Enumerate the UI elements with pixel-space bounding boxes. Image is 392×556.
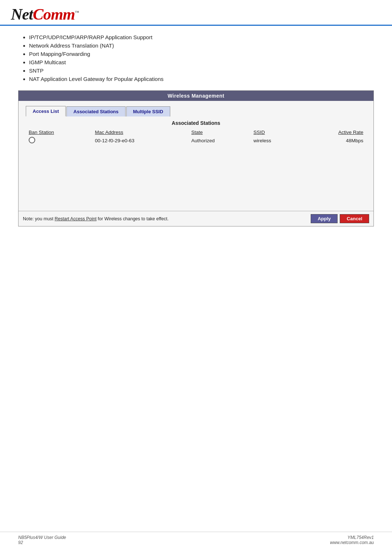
list-item: IP/TCP/UDP/ICMP/ARP/RARP Application Sup… xyxy=(29,33,374,41)
logo-tm: ™ xyxy=(75,10,79,15)
cell-state: Authorized xyxy=(188,136,250,146)
tab-associated-stations[interactable]: Associated Stations xyxy=(66,106,125,116)
footer-buttons: Apply Cancel xyxy=(311,214,369,223)
list-item: NAT Application Level Gateway for Popula… xyxy=(29,75,374,83)
col-header-mac-address[interactable]: Mac Address xyxy=(92,129,189,136)
tab-multiple-ssid[interactable]: Multiple SSID xyxy=(126,106,170,116)
panel-body: Associated Stations Ban Station Mac Addr… xyxy=(19,116,373,211)
stations-table: Ban Station Mac Address State SSID Activ… xyxy=(26,129,366,146)
footer-website: www.netcomm.com.au xyxy=(330,540,374,545)
cell-mac-address: 00-12-f0-29-e0-63 xyxy=(92,136,189,146)
col-header-ban-station[interactable]: Ban Station xyxy=(26,129,92,136)
col-header-active-rate[interactable]: Active Rate xyxy=(301,129,366,136)
list-item: IGMP Multicast xyxy=(29,58,374,66)
logo-comm: Comm xyxy=(33,5,75,23)
wireless-management-panel: Wireless Management Access List Associat… xyxy=(18,90,374,226)
col-header-ssid[interactable]: SSID xyxy=(250,129,301,136)
panel-footer: Note: you must Restart Access Point for … xyxy=(19,211,373,226)
logo: NetComm™ xyxy=(11,7,79,23)
section-heading: Associated Stations xyxy=(26,120,366,126)
list-item: Network Address Translation (NAT) xyxy=(29,41,374,50)
restart-access-point-link[interactable]: Restart Access Point xyxy=(55,216,97,221)
tabs-row: Access List Associated Stations Multiple… xyxy=(19,101,373,116)
cell-ban-station[interactable] xyxy=(26,136,92,146)
footer-revision: YML754Rev1 xyxy=(330,535,374,540)
col-header-state[interactable]: State xyxy=(188,129,250,136)
page-footer: NB5Plus4/W User Guide 92 YML754Rev1 www.… xyxy=(0,532,392,545)
cell-ssid: wireless xyxy=(250,136,301,146)
apply-button[interactable]: Apply xyxy=(311,214,338,223)
panel-spacer xyxy=(26,146,366,204)
footer-note: Note: you must Restart Access Point for … xyxy=(23,216,168,221)
tab-access-list[interactable]: Access List xyxy=(26,106,66,116)
footer-left: NB5Plus4/W User Guide 92 xyxy=(18,535,66,545)
footer-note-suffix: for Wireless changes to take effect. xyxy=(97,216,168,221)
table-row: 00-12-f0-29-e0-63 Authorized wireless 48… xyxy=(26,136,366,146)
logo-net: Net xyxy=(11,5,33,23)
footer-right: YML754Rev1 www.netcomm.com.au xyxy=(330,535,374,545)
list-item: SNTP xyxy=(29,66,374,75)
cancel-button[interactable]: Cancel xyxy=(340,214,369,223)
list-item: Port Mapping/Forwarding xyxy=(29,50,374,58)
footer-page-number: 92 xyxy=(18,540,66,545)
feature-list: IP/TCP/UDP/ICMP/ARP/RARP Application Sup… xyxy=(18,33,374,83)
panel-title: Wireless Management xyxy=(19,91,373,101)
header: NetComm™ xyxy=(0,0,392,26)
cell-active-rate: 48Mbps xyxy=(301,136,366,146)
content-area: IP/TCP/UDP/ICMP/ARP/RARP Application Sup… xyxy=(0,26,392,241)
footer-note-prefix: Note: you must xyxy=(23,216,55,221)
ban-radio-button[interactable] xyxy=(29,137,35,143)
footer-guide-name: NB5Plus4/W User Guide xyxy=(18,535,66,540)
